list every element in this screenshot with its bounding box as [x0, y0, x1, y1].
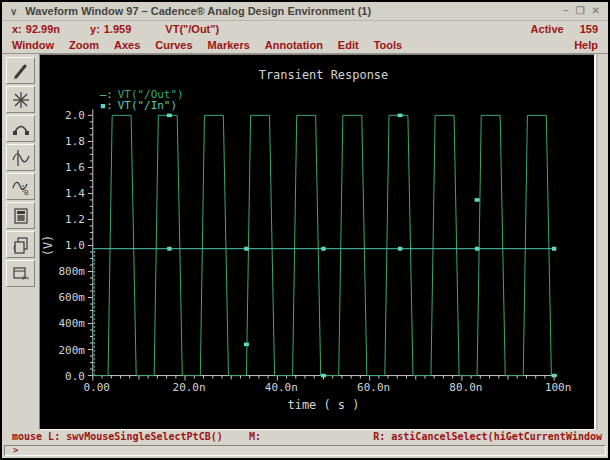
cut-window-tool-button[interactable]: ✂ [6, 260, 35, 287]
wave-b-icon: B [11, 177, 31, 197]
close-icon[interactable]: ✕ [592, 6, 600, 16]
plot-title: Transient Response [259, 68, 388, 82]
minimize-icon[interactable]: – [563, 6, 569, 16]
mouse-middle-binding: M: [249, 431, 261, 442]
trace-in-point-marker [398, 247, 402, 251]
menu-markers[interactable]: Markers [208, 39, 250, 51]
left-toolbar: B [2, 54, 39, 430]
active-label: Active [531, 23, 564, 35]
y-tick-label: 0.0 [65, 370, 85, 383]
menu-edit[interactable]: Edit [338, 39, 359, 51]
window-menu-chevron-icon[interactable]: ∨ [10, 6, 17, 17]
menu-help[interactable]: Help [574, 39, 598, 51]
arc-tool-icon [11, 119, 31, 139]
selected-point-marker [167, 114, 172, 118]
menu-curves[interactable]: Curves [155, 39, 192, 51]
x-tick-label: 100n [545, 381, 571, 394]
copy-window-icon [11, 235, 31, 255]
probe-wave-icon [11, 148, 31, 168]
stylus-tool-button[interactable] [6, 57, 35, 84]
trace-in-point-marker [167, 247, 171, 251]
zoom-star-icon [11, 90, 31, 110]
svg-text:✂: ✂ [22, 273, 30, 283]
coordinate-bar: x: 92.99n y: 1.959 VT("/Out") Active 159 [2, 21, 608, 36]
x-tick-label: 40.0n [265, 381, 298, 394]
trace-in-point-marker [321, 247, 325, 251]
right-window-frame [595, 54, 608, 430]
mouse-left-binding: mouse L: swvMouseSingleSelectPtCB() [12, 431, 223, 442]
y-tick-label: 200m [58, 344, 85, 357]
calculator-icon [11, 206, 31, 226]
y-tick-label: 1.4 [65, 187, 85, 200]
wave-b-tool-button[interactable]: B [6, 173, 35, 200]
menu-annotation[interactable]: Annotation [265, 39, 323, 51]
waveform-plot-svg[interactable]: Transient Response0.0020.0n40.0n60.0n80.… [40, 55, 594, 429]
active-count: 159 [580, 23, 598, 35]
title-bar[interactable]: ∨ Waveform Window 97 – Cadence® Analog D… [2, 2, 608, 21]
selected-point-marker [321, 374, 326, 378]
selected-point-marker [244, 343, 249, 347]
menu-tools[interactable]: Tools [374, 39, 403, 51]
y-tick-label: 2.0 [65, 109, 85, 122]
y-tick-label: 1.2 [65, 213, 85, 226]
waveform-window: ∨ Waveform Window 97 – Cadence® Analog D… [0, 0, 610, 460]
y-axis-title: (V) [41, 235, 55, 256]
y-coord-label: y: [90, 23, 100, 35]
selected-point-marker [475, 198, 480, 202]
trace-in-point-marker [244, 247, 248, 251]
y-coord-value: 1.959 [104, 23, 132, 35]
probe-wave-tool-button[interactable] [6, 144, 35, 171]
legend-glyph: ▪: [100, 99, 113, 112]
trace-out [93, 115, 554, 375]
x-axis-title: time ( s ) [288, 398, 360, 412]
menu-axes[interactable]: Axes [114, 39, 140, 51]
y-tick-label: 600m [58, 291, 85, 304]
x-tick-label: 20.0n [173, 381, 206, 394]
x-tick-label: 0.00 [84, 381, 110, 394]
x-coord-value: 92.99n [26, 23, 60, 35]
x-tick-label: 60.0n [357, 381, 390, 394]
selected-point-marker [552, 374, 557, 378]
y-tick-label: 800m [58, 265, 85, 278]
y-tick-label: 1.6 [65, 161, 85, 174]
cli-prompt[interactable]: > [4, 445, 606, 456]
window-title: Waveform Window 97 – Cadence® Analog Des… [25, 5, 371, 17]
menu-bar: Window Zoom Axes Curves Markers Annotati… [2, 36, 608, 54]
y-tick-label: 400m [58, 318, 85, 331]
maximize-icon[interactable]: ❐ [576, 6, 585, 16]
x-tick-label: 80.0n [449, 381, 482, 394]
status-bar: mouse L: swvMouseSingleSelectPtCB() M: R… [2, 430, 608, 445]
waveform-plot-area[interactable]: Transient Response0.0020.0n40.0n60.0n80.… [39, 54, 595, 430]
menu-zoom[interactable]: Zoom [69, 39, 99, 51]
zoom-star-tool-button[interactable] [6, 86, 35, 113]
y-tick-label: 1.8 [65, 135, 85, 148]
calculator-tool-button[interactable] [6, 202, 35, 229]
prompt-char: > [13, 445, 18, 455]
svg-text:B: B [24, 189, 29, 196]
trace-in-point-marker [552, 247, 556, 251]
selected-trace-expr: VT("/Out") [165, 23, 219, 35]
legend-label: VT("/In") [118, 99, 177, 112]
stylus-icon [11, 61, 31, 81]
cut-window-icon: ✂ [11, 264, 31, 284]
y-tick-label: 1.0 [65, 239, 85, 252]
trace-in-point-marker [475, 247, 479, 251]
arc-tool-button[interactable] [6, 115, 35, 142]
menu-window[interactable]: Window [12, 39, 54, 51]
mouse-right-binding: R: astiCancelSelect(hiGetCurrentWindow [373, 431, 602, 442]
selected-point-marker [398, 114, 403, 118]
main-area: B [2, 54, 608, 430]
x-coord-label: x: [12, 23, 22, 35]
copy-window-tool-button[interactable] [6, 231, 35, 258]
